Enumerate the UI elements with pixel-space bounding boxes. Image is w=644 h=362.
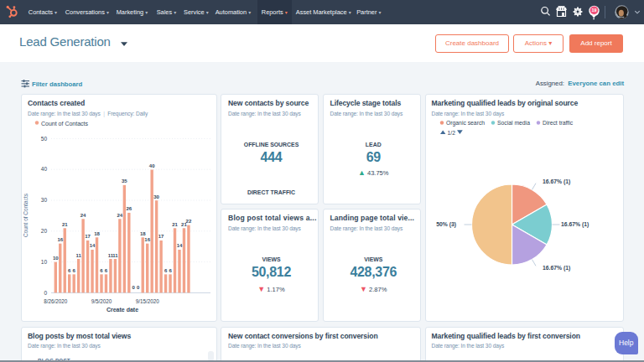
svg-text:16.67% (1): 16.67% (1) bbox=[543, 178, 570, 185]
svg-text:50% (3): 50% (3) bbox=[436, 221, 456, 228]
svg-text:Direct traffic: Direct traffic bbox=[543, 120, 574, 126]
svg-text:22: 22 bbox=[186, 219, 192, 224]
svg-text:1/2: 1/2 bbox=[447, 130, 455, 136]
svg-text:11: 11 bbox=[75, 253, 81, 258]
svg-text:24: 24 bbox=[80, 213, 86, 218]
svg-text:17: 17 bbox=[85, 234, 91, 239]
svg-text:26: 26 bbox=[126, 206, 132, 211]
svg-text:14: 14 bbox=[90, 243, 96, 248]
svg-text:19: 19 bbox=[592, 8, 597, 13]
svg-text:Count of Contacts: Count of Contacts bbox=[23, 193, 29, 237]
svg-text:16: 16 bbox=[144, 237, 150, 242]
svg-text:18: 18 bbox=[140, 231, 146, 236]
svg-text:35: 35 bbox=[122, 178, 127, 184]
svg-text:9/5/2020: 9/5/2020 bbox=[91, 298, 112, 304]
svg-text:21: 21 bbox=[172, 222, 178, 227]
svg-text:17: 17 bbox=[158, 234, 164, 239]
svg-text:30: 30 bbox=[153, 194, 159, 199]
svg-text:21: 21 bbox=[62, 222, 68, 227]
svg-text:6: 6 bbox=[169, 268, 172, 273]
svg-text:0: 0 bbox=[44, 290, 47, 296]
svg-text:20: 20 bbox=[41, 228, 48, 234]
svg-text:40: 40 bbox=[41, 166, 48, 172]
svg-text:16: 16 bbox=[57, 237, 63, 242]
svg-text:Organic search: Organic search bbox=[446, 120, 485, 127]
svg-text:24: 24 bbox=[117, 213, 123, 218]
svg-text:0: 0 bbox=[132, 285, 136, 290]
svg-text:6: 6 bbox=[100, 268, 103, 273]
svg-text:6: 6 bbox=[105, 268, 108, 273]
svg-text:Create date: Create date bbox=[106, 307, 138, 313]
svg-text:18: 18 bbox=[94, 231, 100, 236]
svg-text:30: 30 bbox=[41, 197, 48, 203]
svg-text:6: 6 bbox=[68, 268, 71, 273]
svg-text:Count of Contacts: Count of Contacts bbox=[41, 121, 89, 127]
svg-text:16.67% (1): 16.67% (1) bbox=[561, 221, 589, 228]
svg-text:9/15/2020: 9/15/2020 bbox=[136, 298, 160, 304]
svg-text:0: 0 bbox=[137, 285, 140, 290]
svg-text:40: 40 bbox=[149, 163, 155, 168]
svg-text:8/26/2020: 8/26/2020 bbox=[44, 298, 68, 304]
svg-text:Social media: Social media bbox=[497, 120, 530, 126]
svg-text:6: 6 bbox=[164, 268, 168, 273]
svg-text:10: 10 bbox=[53, 256, 59, 261]
svg-text:11: 11 bbox=[112, 253, 118, 258]
svg-text:10: 10 bbox=[41, 259, 48, 265]
svg-text:16.67% (1): 16.67% (1) bbox=[543, 265, 570, 272]
svg-text:50: 50 bbox=[41, 136, 48, 142]
svg-text:14: 14 bbox=[177, 243, 183, 248]
svg-text:6: 6 bbox=[73, 268, 76, 273]
